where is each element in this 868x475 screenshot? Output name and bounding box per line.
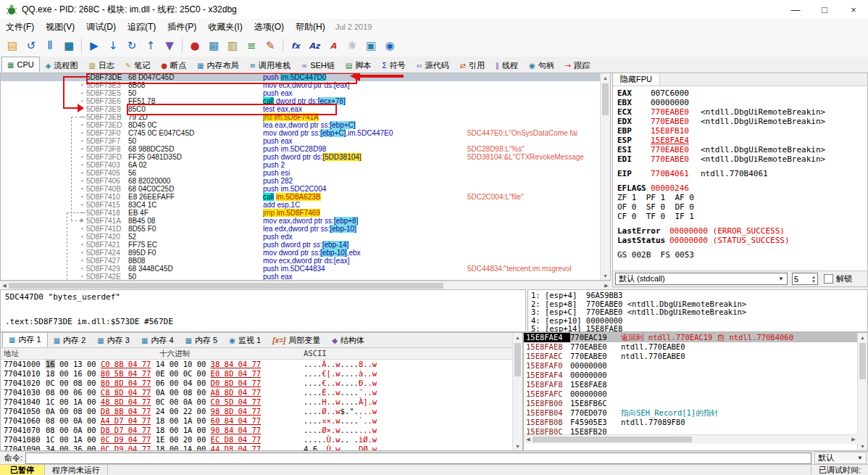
memory-row[interactable]: 770410200C 00 08 00 80 8D 04 77 06 00 04… — [1, 379, 522, 388]
disasm-row[interactable]: ●5D8F741D8D55 F0lea edx,dword ptr ss:[eb… — [1, 225, 601, 233]
disassembly-vertical-scrollbar[interactable]: ▲ ▼ — [600, 73, 610, 280]
calling-convention-select[interactable]: 默认 (stdcall) ▼ — [615, 273, 788, 285]
tab-graph[interactable]: ◈流程图 — [41, 58, 83, 73]
memory-row[interactable]: 7704100016 00 13 00 C0 8B 04 77 14 00 10… — [1, 360, 522, 369]
tab-threads[interactable]: ∥线程 — [491, 58, 523, 73]
tab-cpu[interactable]: ▦CPU — [1, 57, 40, 73]
memory-tab-5[interactable]: ▦内存 5 — [180, 334, 224, 347]
argument-count-spinner[interactable]: 5 ▲▼ — [792, 273, 818, 285]
menu-item-5[interactable]: 收藏夹(I) — [202, 21, 248, 33]
script-button[interactable]: ≡ — [243, 37, 260, 54]
calculator-button[interactable]: ▣ — [362, 37, 380, 54]
stack-row[interactable]: 15E8FAFC00000000 — [524, 389, 858, 399]
disasm-row[interactable]: ●5D8F73F868 988DC25Dpush im.5DC28D985DC2… — [1, 145, 601, 153]
memory-row[interactable]: 770410801C 00 1A 00 0C D9 04 77 1E 00 20… — [1, 435, 522, 445]
tab-log[interactable]: ▥日志 — [83, 58, 119, 73]
open-file-button[interactable]: ▤ — [4, 37, 21, 54]
disasm-row[interactable]: ●5D8F73FDFF35 0481D35Dpush dword ptr ds:… — [1, 153, 601, 161]
stack-row[interactable]: 15E8FB08F45905E3ntdll.77089F80 — [524, 418, 858, 427]
disasm-row[interactable]: ●5D8F73DE68 D047C45Dpush im.5DC447D0 — [1, 73, 601, 81]
disasm-row[interactable]: ●5D8F73ED8D45 0Clea eax,dword ptr ss:[eb… — [1, 121, 601, 129]
disassembly-horizontal-scrollbar[interactable]: ◀ ▶ — [0, 281, 611, 289]
command-input[interactable] — [25, 453, 811, 464]
menu-item-7[interactable]: 帮助(H) — [290, 21, 331, 33]
disasm-row[interactable]: ●5D8F742968 3448C45Dpush im.5DC448345DC4… — [1, 265, 601, 273]
restart-button[interactable]: ↺ — [22, 37, 40, 54]
stack-vertical-scrollbar[interactable]: ▲ ▼ — [857, 333, 867, 450]
scrollbar-thumb[interactable] — [9, 283, 443, 289]
menu-item-4[interactable]: 插件(P) — [162, 21, 202, 33]
tab-breakpoints[interactable]: ●断点 — [156, 58, 191, 73]
locals-tab[interactable]: [x=]局部变量 — [267, 334, 326, 347]
disasm-row[interactable]: ●5D8F7421FF75 ECpush dword ptr ss:[ebp-1… — [1, 241, 601, 249]
tab-trace[interactable]: →跟踪 — [560, 58, 595, 73]
memory-row[interactable]: 7704109034 00 36 00 0C D9 04 77 18 00 1A… — [1, 445, 522, 451]
font-button[interactable]: A — [325, 37, 342, 54]
stack-row[interactable]: 15E8FB04770ED070指向SEH_Record[1]的指针 — [524, 408, 858, 418]
disasm-row[interactable]: ●5D8F73F750push eax — [1, 137, 601, 145]
memory-vertical-scrollbar[interactable]: ▲ ▼ — [512, 333, 522, 450]
stack-row[interactable]: 15E8FAF815E8FAE8 — [524, 380, 858, 389]
tab-symbols[interactable]: Σ符号 — [377, 58, 410, 73]
help-phone-button[interactable]: ◉ — [381, 37, 398, 54]
disasm-row[interactable]: ●5D8F742E50push eax — [1, 273, 601, 281]
memory-row[interactable]: 7704101018 00 16 00 80 5B 04 77 0E 00 0C… — [1, 369, 522, 379]
tab-notes[interactable]: ✎笔记 — [120, 58, 155, 73]
menu-item-1[interactable]: 视图(V) — [40, 21, 80, 33]
step-over-button[interactable]: ↻ — [123, 37, 141, 54]
tab-script[interactable]: ▤脚本 — [341, 58, 376, 73]
memory-tab-2[interactable]: ▦内存 2 — [48, 334, 92, 347]
memory-row[interactable]: 770410500A 00 08 00 D8 8B 04 77 24 00 22… — [1, 407, 522, 416]
functions-button[interactable]: fx — [287, 37, 304, 54]
run-to-user-code-button[interactable]: ▼ — [161, 37, 178, 54]
log-button[interactable]: ▥ — [224, 37, 241, 54]
tab-handles[interactable]: ◉句柄 — [524, 58, 559, 73]
step-into-button[interactable]: ↓ — [104, 37, 122, 54]
disasm-row[interactable]: ●5D8F73EB79 2Djns im.5D8F741A — [1, 113, 601, 121]
disasm-row[interactable]: ●5D8F740B68 04C0C25Dpush im.5DC2C004 — [1, 185, 601, 193]
strings-button[interactable]: Az — [306, 37, 323, 54]
tab-seh-chain[interactable]: ∞SEH链 — [296, 58, 340, 73]
scrollbar-thumb[interactable] — [602, 83, 609, 115]
disasm-row[interactable]: ●5D8F741583C4 1Cadd esp,1C — [1, 201, 601, 209]
tab-call-stack[interactable]: ≡调用堆栈 — [244, 58, 295, 73]
patches-button[interactable]: ✎ — [262, 37, 279, 54]
stop-button[interactable]: ■ — [60, 37, 78, 54]
disasm-row[interactable]: ●5D8F74278B08mov ecx,dword ptr ds:[eax] — [1, 257, 601, 265]
scrollbar-thumb[interactable] — [859, 343, 866, 379]
disasm-row[interactable]: ●5D8F73E550push eax — [1, 89, 601, 97]
settings-button[interactable]: ☼ — [343, 37, 361, 54]
disasm-row[interactable]: ●5D8F74036A 02push 2 — [1, 161, 601, 169]
menu-item-2[interactable]: 调试(D) — [80, 21, 122, 33]
memory-map-button[interactable]: ▦ — [205, 37, 222, 54]
pause-button[interactable]: Ⅱ — [41, 37, 59, 54]
menu-item-6[interactable]: 选项(O) — [249, 21, 290, 33]
tab-source[interactable]: ‹›源代码 — [412, 58, 454, 73]
disasm-row[interactable]: ●5D8F73F0C745 0C E047C45Dmov dword ptr s… — [1, 129, 601, 137]
breakpoints-button[interactable]: ● — [186, 37, 204, 54]
menu-item-0[interactable]: 文件(F) — [0, 21, 40, 33]
command-profile-select[interactable]: 默认 ▼ — [814, 452, 867, 464]
memory-tab-4[interactable]: ▦内存 4 — [135, 334, 180, 347]
minimize-button[interactable]: — — [781, 0, 810, 19]
stack-horizontal-scrollbar[interactable]: ◀ ▶ — [524, 434, 858, 444]
disasm-row[interactable]: ●5D8F7410E8 26EEFAFFcall im.5D8A623B5DC2… — [1, 193, 601, 201]
stack-row[interactable]: 15E8FAF000000000 — [524, 361, 858, 371]
stack-row[interactable]: 15E8FAEC770EABE0ntdll.770EABE0 — [524, 352, 858, 361]
memory-row[interactable]: 7704107008 00 0A 00 D8 D7 04 77 18 00 1A… — [1, 426, 522, 435]
memory-tab-3[interactable]: ▦内存 3 — [91, 334, 135, 347]
maximize-button[interactable]: □ — [810, 0, 839, 19]
unlock-checkbox[interactable]: 解锁 — [824, 273, 852, 284]
stack-row[interactable]: 15E8FB0015E8FB6C — [524, 399, 858, 408]
close-button[interactable]: × — [839, 0, 868, 19]
disasm-row[interactable]: ●5D8F73E38B08mov ecx,dword ptr ds:[eax] — [1, 81, 601, 89]
disasm-row[interactable]: ●5D8F742052push edx — [1, 233, 601, 241]
scrollbar-thumb[interactable] — [514, 343, 521, 376]
run-button[interactable]: ▶ — [85, 37, 103, 54]
step-out-button[interactable]: ↑ — [142, 37, 159, 54]
memory-row[interactable]: 7704106008 00 0A 00 A4 D7 04 77 18 00 1A… — [1, 416, 522, 426]
disasm-row[interactable]: ●5D8F7418EB 4Fjmp im.5D8F7469 — [1, 209, 601, 217]
disasm-row[interactable]: ●5D8F73E6FF51 78call dword ptr ds:[ecx+7… — [1, 97, 601, 105]
memory-row[interactable]: 770410401C 00 1A 00 48 8D 04 77 0C 00 0A… — [1, 397, 522, 407]
disasm-row[interactable]: ●5D8F741A8B45 08mov eax,dword ptr ss:[eb… — [1, 217, 601, 225]
